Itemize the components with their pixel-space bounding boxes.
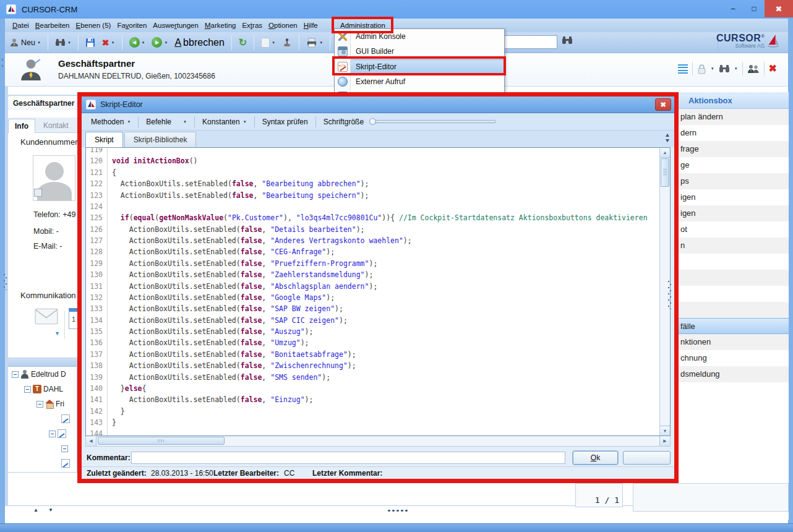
actionbox-item-ge[interactable]: ge [679, 157, 789, 173]
tree-row[interactable]: DAHL [8, 382, 77, 397]
ok-button[interactable]: Ok [573, 451, 618, 465]
expander-icon[interactable] [61, 445, 68, 452]
dialog-titlebar[interactable]: Skript-Editor ✖ [82, 97, 674, 113]
back-button[interactable]: ◀ ▼ [127, 36, 147, 49]
close-record-icon[interactable]: ✖ [769, 64, 777, 74]
tree-row[interactable] [8, 426, 77, 441]
syntax-pruefen-button[interactable]: Syntax prüfen [258, 116, 312, 128]
actionbox-item-nktionen[interactable]: nktionen [679, 334, 789, 350]
fontsize-slider[interactable] [369, 120, 496, 123]
chevron-down-icon[interactable]: ▼ [272, 41, 275, 45]
envelope-dropdown-icon[interactable]: ▼ [54, 330, 60, 337]
tab-info[interactable]: Info [8, 119, 35, 133]
actionbox-item-ot[interactable]: ot [679, 221, 789, 238]
menubar-item-hilfe[interactable]: Hilfe [301, 19, 320, 32]
menu-item-externer-aufruf[interactable]: Externer Aufruf [335, 74, 504, 89]
expander-icon[interactable] [24, 386, 31, 393]
actionbox-item-chnung[interactable]: chnung [679, 350, 789, 366]
splitter-handle-bottom[interactable] [387, 509, 409, 512]
footer-collapse-arrows[interactable]: ▲ ▼ [33, 507, 53, 513]
actionbox-item-igen[interactable]: igen [679, 205, 789, 221]
menubar-item-favoriten[interactable]: Favoriten [114, 19, 149, 32]
code-editor[interactable]: 119120void initActionBox()121{122 Action… [85, 147, 671, 436]
actionbox-item-fälle[interactable]: fälle [679, 318, 789, 334]
menubar-item-auswertungen[interactable]: Auswertungen [150, 19, 201, 32]
tree-row[interactable] [8, 456, 77, 471]
forward-button[interactable]: ▶ ▼ [150, 36, 169, 49]
fontsize-slider-thumb[interactable] [369, 118, 376, 125]
actionbox-item-dsmeldung[interactable]: dsmeldung [679, 366, 789, 382]
print-button[interactable]: ▼ [304, 36, 325, 49]
splitter-handle-left[interactable] [3, 273, 7, 290]
actionbox-item-igen[interactable]: igen [679, 189, 789, 205]
new-button[interactable]: Neu ▼ [7, 36, 43, 49]
menubar-item-bearbeiten[interactable]: Bearbeiten [33, 19, 72, 32]
people-icon[interactable] [747, 64, 760, 74]
tab-skript-bibliothek[interactable]: Skript-Bibliothek [124, 132, 197, 147]
panel-collapse-arrows[interactable]: ‹› [0, 57, 5, 69]
maximize-button[interactable]: □ [744, 0, 765, 17]
vertical-scroll-thumb[interactable] [661, 158, 669, 187]
search-button[interactable]: ▼ [53, 37, 73, 48]
menubar-item-extras[interactable]: Extras [239, 19, 265, 32]
chevron-down-icon[interactable]: ▼ [111, 41, 115, 45]
cancel-button[interactable] [623, 451, 671, 465]
scroll-right-icon[interactable]: ▶ [659, 436, 670, 446]
control-button[interactable] [280, 36, 294, 49]
actionbox-item-ps[interactable]: ps [679, 173, 789, 189]
tab-kontakt[interactable]: Kontakt [37, 119, 75, 133]
actionbox-item[interactable] [679, 286, 789, 302]
photo-edit-icon[interactable] [34, 189, 42, 197]
scroll-up-icon[interactable]: ▲ [660, 148, 670, 158]
email-envelope-icon[interactable] [35, 308, 58, 325]
quick-search-button[interactable] [562, 36, 573, 45]
save-button[interactable] [84, 36, 97, 49]
splitter-handle-right[interactable] [667, 280, 672, 309]
refresh-button[interactable]: ↻ [237, 36, 249, 49]
expander-icon[interactable] [36, 401, 43, 408]
tree-row[interactable] [8, 411, 77, 426]
methoden-button[interactable]: Methoden▼ [87, 116, 135, 128]
expander-icon[interactable] [12, 371, 19, 378]
comment-input[interactable] [131, 452, 565, 464]
menubar-item-ebenen-5[interactable]: Ebenen (5) [74, 19, 114, 32]
befehle-button[interactable]: Befehle▼ [142, 116, 191, 128]
dialog-close-button[interactable]: ✖ [655, 98, 671, 111]
chevron-down-icon[interactable]: ▼ [734, 67, 738, 71]
chevron-down-icon[interactable]: ▼ [37, 41, 41, 45]
tree-row[interactable]: Edeltrud D [8, 367, 77, 382]
menubar-item-datei[interactable]: Datei [10, 19, 32, 32]
tab-geschaeftspartner[interactable]: Geschäftspartner [7, 95, 80, 110]
chevron-down-icon[interactable]: ▼ [711, 67, 714, 71]
tree-row[interactable] [8, 441, 77, 456]
chevron-down-icon[interactable]: ▼ [164, 41, 168, 45]
scroll-left-icon[interactable]: ◀ [86, 436, 96, 446]
minimize-button[interactable]: – [722, 0, 744, 17]
copy-button[interactable]: ▼ [259, 36, 277, 49]
horizontal-scroll-thumb[interactable] [98, 437, 225, 445]
actionbox-item[interactable] [679, 270, 789, 286]
menubar-item-optionen[interactable]: Optionen [266, 19, 300, 32]
expander-icon[interactable] [49, 431, 56, 437]
actionbox-item[interactable] [679, 254, 789, 270]
actionbox-item-dern[interactable]: dern [679, 125, 789, 141]
scroll-down-icon[interactable]: ▼ [660, 426, 670, 435]
actionbox-item-plan-ändern[interactable]: plan ändern [679, 109, 789, 125]
cancel-button[interactable]: Abbrechen [173, 36, 226, 49]
menubar-item-marketing[interactable]: Marketing [202, 19, 239, 32]
delete-button[interactable]: ✖ ▼ [100, 37, 117, 48]
chevron-down-icon[interactable]: ▼ [319, 41, 323, 45]
lock-icon[interactable] [697, 64, 706, 74]
tab-skript[interactable]: Skript [85, 132, 123, 147]
actionbox-item-n[interactable]: n [679, 238, 789, 254]
close-button[interactable]: ✖ [765, 0, 793, 17]
actionbox-item[interactable] [679, 302, 789, 318]
actionbox-item-frage[interactable]: frage [679, 141, 789, 157]
binoculars-icon[interactable] [719, 64, 730, 73]
chevron-down-icon[interactable]: ▼ [67, 41, 71, 45]
tab-scroll-arrows[interactable] [665, 133, 671, 143]
konstanten-button[interactable]: Konstanten▼ [198, 116, 251, 128]
chevron-down-icon[interactable]: ▼ [142, 41, 145, 45]
horizontal-scrollbar[interactable]: ◀ ▶ [85, 436, 671, 447]
list-menu-icon[interactable] [678, 64, 688, 74]
